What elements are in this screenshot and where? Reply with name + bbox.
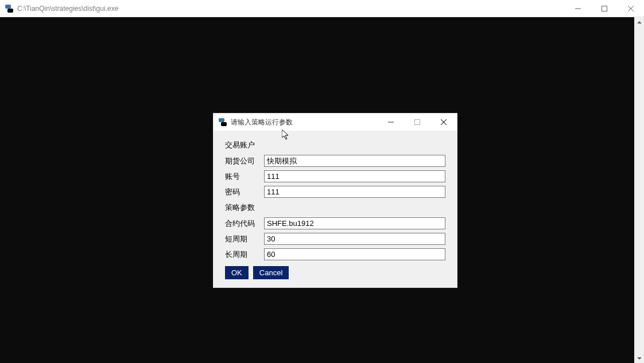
close-button[interactable] bbox=[618, 0, 644, 17]
svg-marker-6 bbox=[637, 21, 642, 24]
vertical-scrollbar[interactable] bbox=[634, 17, 644, 363]
maximize-button[interactable] bbox=[591, 0, 618, 17]
main-titlebar: C:\TianQin\strategies\dist\gui.exe bbox=[0, 0, 644, 17]
row-broker: 期货公司 bbox=[225, 155, 445, 167]
label-broker: 期货公司 bbox=[225, 156, 264, 166]
row-symbol: 合约代码 bbox=[225, 217, 445, 229]
dialog-maximize-button[interactable] bbox=[404, 114, 430, 131]
input-account[interactable] bbox=[264, 170, 445, 182]
label-account: 账号 bbox=[225, 171, 264, 182]
label-long-period: 长周期 bbox=[225, 249, 264, 260]
dialog-body: 交易账户 期货公司 账号 密码 策略参数 合约代码 短周期 长周期 OK bbox=[214, 131, 457, 287]
row-password: 密码 bbox=[225, 186, 445, 198]
window-title: C:\TianQin\strategies\dist\gui.exe bbox=[17, 5, 565, 13]
minimize-button[interactable] bbox=[565, 0, 591, 17]
row-long-period: 长周期 bbox=[225, 248, 445, 260]
svg-marker-7 bbox=[637, 357, 642, 360]
ok-button[interactable]: OK bbox=[225, 266, 249, 279]
label-password: 密码 bbox=[225, 187, 264, 197]
dialog-titlebar: 请输入策略运行参数 bbox=[214, 114, 457, 131]
row-short-period: 短周期 bbox=[225, 233, 445, 245]
label-symbol: 合约代码 bbox=[225, 218, 264, 229]
input-long-period[interactable] bbox=[264, 248, 445, 260]
parameter-dialog: 请输入策略运行参数 交易账户 期货公司 账号 密码 策略参数 bbox=[213, 113, 457, 288]
input-broker[interactable] bbox=[264, 155, 445, 167]
input-password[interactable] bbox=[264, 186, 445, 198]
svg-rect-1 bbox=[7, 9, 13, 13]
svg-rect-0 bbox=[5, 5, 11, 9]
svg-rect-11 bbox=[415, 120, 420, 125]
dialog-title: 请输入策略运行参数 bbox=[231, 118, 378, 127]
section-strategy-label: 策略参数 bbox=[225, 202, 445, 213]
dialog-close-button[interactable] bbox=[430, 114, 457, 131]
input-symbol[interactable] bbox=[264, 217, 445, 229]
scroll-down-button[interactable] bbox=[634, 353, 644, 363]
svg-rect-9 bbox=[221, 122, 227, 126]
section-account-label: 交易账户 bbox=[225, 140, 445, 150]
row-account: 账号 bbox=[225, 170, 445, 182]
svg-rect-3 bbox=[602, 6, 607, 11]
input-short-period[interactable] bbox=[264, 233, 445, 245]
python-icon bbox=[218, 118, 227, 127]
svg-rect-8 bbox=[219, 118, 224, 122]
dialog-button-row: OK Cancel bbox=[225, 266, 445, 279]
cancel-button[interactable]: Cancel bbox=[253, 266, 289, 279]
python-icon bbox=[5, 4, 14, 13]
scroll-up-button[interactable] bbox=[634, 17, 644, 27]
label-short-period: 短周期 bbox=[225, 234, 264, 244]
dialog-minimize-button[interactable] bbox=[378, 114, 404, 131]
